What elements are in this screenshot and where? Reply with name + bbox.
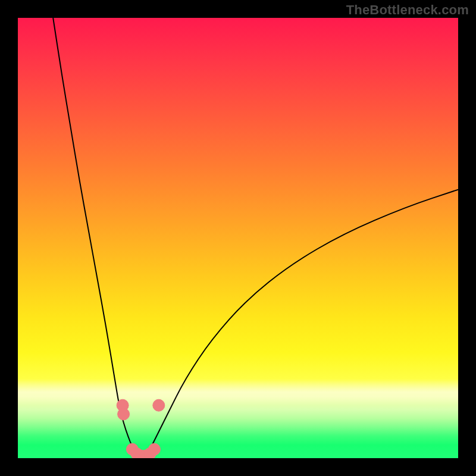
marker-bottom-cluster-f xyxy=(148,443,160,455)
marker-left-knee-pair-2 xyxy=(118,408,130,420)
plot-area xyxy=(18,18,458,458)
marker-right-knee xyxy=(153,399,165,411)
watermark-text: TheBottleneck.com xyxy=(346,2,469,18)
curve-layer xyxy=(18,18,458,458)
chart-frame: TheBottleneck.com xyxy=(0,0,476,476)
left-curve xyxy=(53,18,141,458)
right-curve xyxy=(141,190,458,458)
marker-group xyxy=(117,399,165,458)
